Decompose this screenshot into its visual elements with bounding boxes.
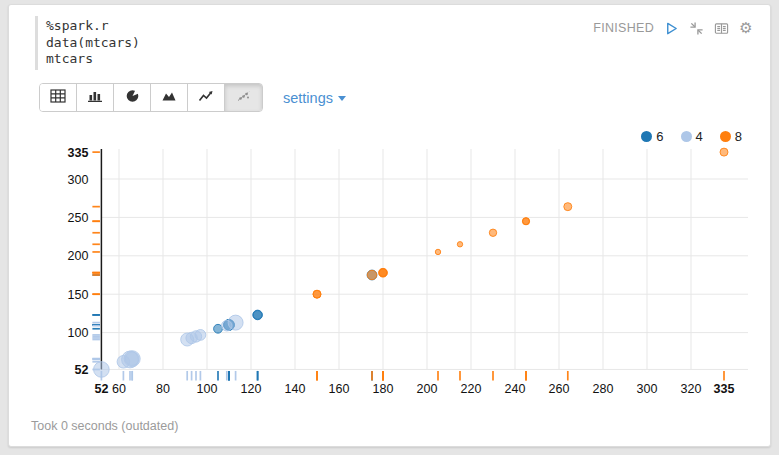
data-point[interactable] <box>564 203 572 211</box>
x-tick-label: 140 <box>285 382 306 396</box>
x-tick-label: 120 <box>241 382 262 396</box>
run-play-icon[interactable] <box>663 20 679 36</box>
scatter-chart-icon <box>236 89 252 106</box>
data-point[interactable] <box>313 290 321 298</box>
x-tick-label: 60 <box>112 382 126 396</box>
chevron-down-icon <box>338 96 346 101</box>
line-chart-button[interactable] <box>188 84 225 111</box>
data-point[interactable] <box>125 352 139 366</box>
x-tick-label: 180 <box>373 382 394 396</box>
display-toolbar: settings <box>39 83 346 112</box>
x-tick-label: 160 <box>329 382 350 396</box>
code-line: mtcars <box>46 51 346 68</box>
data-point[interactable] <box>367 270 376 279</box>
x-tick-label: 220 <box>461 382 482 396</box>
bar-chart-button[interactable] <box>77 84 114 111</box>
code-line: %spark.r <box>46 18 346 35</box>
data-point[interactable] <box>435 249 440 254</box>
data-point[interactable] <box>181 333 194 346</box>
table-icon <box>50 89 66 106</box>
y-tick-label: 200 <box>68 249 89 263</box>
settings-label: settings <box>283 90 333 106</box>
collapse-icon[interactable] <box>688 20 704 36</box>
x-tick-label: 320 <box>681 382 702 396</box>
status-text: FINISHED <box>593 21 654 35</box>
execution-info: Took 0 seconds (outdated) <box>31 419 178 433</box>
chart-type-button-group <box>39 83 263 112</box>
paragraph-card: FINISHED ⚙ %spark.rdata(mtcars)mtcars <box>8 4 771 447</box>
code-editor[interactable]: %spark.rdata(mtcars)mtcars <box>35 16 346 70</box>
data-point[interactable] <box>222 320 233 331</box>
data-point[interactable] <box>94 362 110 378</box>
table-button[interactable] <box>40 84 77 111</box>
x-tick-label: 300 <box>637 382 658 396</box>
y-tick-label: 52 <box>74 363 88 377</box>
y-tick-label: 335 <box>68 146 89 160</box>
paragraph-status-bar: FINISHED ⚙ <box>593 20 754 36</box>
gear-icon[interactable]: ⚙ <box>738 20 754 36</box>
x-tick-label: 260 <box>549 382 570 396</box>
y-tick-label: 100 <box>68 326 89 340</box>
x-tick-label: 200 <box>417 382 438 396</box>
data-point[interactable] <box>457 242 462 247</box>
code-line: data(mtcars) <box>46 35 346 52</box>
x-tick-label: 335 <box>714 382 735 396</box>
x-tick-label: 100 <box>197 382 218 396</box>
data-point[interactable] <box>523 218 530 225</box>
book-icon[interactable] <box>713 20 729 36</box>
scatter-chart-button[interactable] <box>225 84 262 111</box>
data-point[interactable] <box>720 148 728 156</box>
scatter-plot[interactable]: 5260801001201401601802002202402602803003… <box>0 115 779 455</box>
y-tick-label: 150 <box>68 288 89 302</box>
line-chart-icon <box>198 89 214 106</box>
y-tick-label: 300 <box>68 173 89 187</box>
data-point[interactable] <box>379 269 387 277</box>
data-point[interactable] <box>253 311 262 320</box>
settings-dropdown[interactable]: settings <box>283 90 346 106</box>
zeppelin-page: FINISHED ⚙ %spark.rdata(mtcars)mtcars <box>0 0 779 455</box>
x-tick-label: 280 <box>593 382 614 396</box>
area-chart-button[interactable] <box>151 84 188 111</box>
pie-chart-icon <box>125 89 140 106</box>
y-tick-label: 250 <box>68 211 89 225</box>
area-chart-icon <box>161 89 177 106</box>
x-tick-label: 80 <box>156 382 170 396</box>
x-tick-label: 240 <box>505 382 526 396</box>
bar-chart-icon <box>87 89 103 106</box>
x-tick-label: 52 <box>94 382 108 396</box>
data-point[interactable] <box>195 330 206 341</box>
data-point[interactable] <box>489 229 496 236</box>
pie-chart-button[interactable] <box>114 84 151 111</box>
